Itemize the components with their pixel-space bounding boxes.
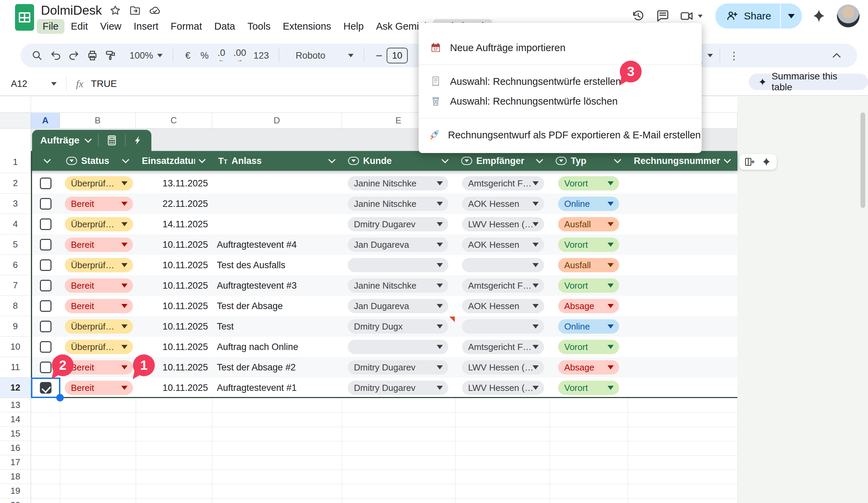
- gemini-sparkle-icon[interactable]: [807, 4, 831, 28]
- row-header-4[interactable]: 4: [0, 214, 31, 234]
- anlass-cell[interactable]: Test der Absage: [212, 301, 283, 312]
- anlass-cell[interactable]: Auftrag nach Online: [212, 342, 298, 352]
- typ-chip[interactable]: Vorort: [558, 279, 619, 293]
- row-checkbox[interactable]: [40, 178, 51, 189]
- format-percent-button[interactable]: %: [196, 46, 214, 65]
- format-currency-button[interactable]: €: [180, 46, 196, 65]
- table-column-header-status[interactable]: Status: [60, 151, 136, 171]
- row-header-7[interactable]: 7: [0, 275, 31, 296]
- row-checkbox[interactable]: [40, 341, 51, 353]
- kunde-chip[interactable]: Jan Dugareva: [348, 299, 448, 313]
- einsatzdatum-cell[interactable]: 10.11.2025: [136, 383, 212, 393]
- row-checkbox[interactable]: [40, 218, 51, 230]
- status-chip[interactable]: Bereit: [65, 197, 133, 211]
- name-box-caret-icon[interactable]: [51, 82, 56, 85]
- table-column-header-anlass[interactable]: TTAnlass: [212, 151, 342, 171]
- row-header-16[interactable]: 16: [0, 441, 31, 455]
- summarise-table-button[interactable]: ✦ Summarise this table: [749, 74, 868, 90]
- row-checkbox[interactable]: [40, 361, 51, 373]
- print-icon[interactable]: [83, 46, 102, 65]
- kunde-chip[interactable]: Janine Nitschke: [348, 197, 448, 211]
- paint-format-icon[interactable]: [102, 46, 120, 65]
- menubar-item-view[interactable]: View: [94, 19, 127, 34]
- row-header-14[interactable]: 14: [0, 412, 31, 427]
- anlass-cell[interactable]: Auftragtestevent #4: [212, 240, 297, 250]
- row-checkbox[interactable]: [40, 280, 51, 291]
- decrease-decimals-button[interactable]: .0←: [217, 49, 225, 63]
- anlass-cell[interactable]: Auftragtestevent #3: [212, 281, 297, 291]
- add-column-icon[interactable]: [744, 156, 755, 168]
- menu-item-rocket[interactable]: Rechnungsentwurf als PDF exportieren & E…: [418, 125, 702, 145]
- einsatzdatum-cell[interactable]: 10.11.2025: [136, 240, 212, 250]
- anlass-cell[interactable]: Test der Absage #2: [212, 362, 296, 373]
- empfaenger-chip[interactable]: LWV Hessen (…: [462, 360, 544, 375]
- typ-chip[interactable]: Ausfall: [558, 217, 619, 231]
- menubar-item-format[interactable]: Format: [165, 19, 208, 34]
- row-header-20[interactable]: 20: [0, 498, 31, 503]
- status-chip[interactable]: Überprüf…: [65, 217, 133, 231]
- row-header-8[interactable]: 8: [0, 296, 31, 316]
- automation-bolt-icon[interactable]: [133, 135, 143, 146]
- menu-item-receipt[interactable]: Auswahl: Rechnungsentwürfe erstellen: [418, 72, 702, 91]
- kunde-chip[interactable]: Dmitry Dugarev: [348, 381, 448, 395]
- sheets-logo-icon[interactable]: [15, 4, 34, 31]
- typ-chip[interactable]: Absage: [558, 360, 619, 375]
- empfaenger-chip[interactable]: LWV Hessen (…: [462, 217, 544, 231]
- formula-input[interactable]: TRUE: [91, 78, 117, 89]
- menubar-item-extensions[interactable]: Extensions: [277, 19, 337, 34]
- share-button[interactable]: Share: [715, 3, 802, 29]
- row-header-11[interactable]: 11: [0, 357, 31, 378]
- einsatzdatum-cell[interactable]: 13.11.2025: [136, 178, 212, 189]
- table-column-header-rechnungsnummer[interactable]: Rechnungsnummer: [628, 151, 737, 171]
- document-title[interactable]: DolmiDesk: [41, 3, 102, 18]
- cloud-saved-icon[interactable]: [148, 4, 161, 17]
- status-chip[interactable]: Bereit: [65, 299, 133, 313]
- table-column-header-empfänger[interactable]: Empfänger: [455, 151, 550, 171]
- font-family-select[interactable]: Roboto: [292, 50, 357, 61]
- empfaenger-chip[interactable]: [462, 319, 544, 334]
- row-checkbox[interactable]: [40, 259, 51, 271]
- einsatzdatum-cell[interactable]: 22.11.2025: [136, 199, 212, 209]
- status-chip[interactable]: Bereit: [65, 381, 133, 395]
- empfaenger-chip[interactable]: Amtsgericht F…: [462, 340, 544, 354]
- table-column-header-checkbox[interactable]: [31, 151, 60, 171]
- status-chip[interactable]: Überprüf…: [65, 319, 133, 334]
- status-chip[interactable]: Überprüf…: [65, 258, 133, 272]
- empfaenger-chip[interactable]: AOK Hessen: [462, 299, 544, 313]
- status-chip[interactable]: Überprüf…: [65, 176, 133, 190]
- move-folder-icon[interactable]: [128, 4, 142, 17]
- einsatzdatum-cell[interactable]: 10.11.2025: [136, 281, 212, 291]
- menubar-item-help[interactable]: Help: [338, 19, 370, 34]
- typ-chip[interactable]: Absage: [558, 299, 619, 313]
- empfaenger-chip[interactable]: AOK Hessen: [462, 238, 544, 252]
- table-column-header-einsatzdatun[interactable]: Einsatzdatun: [136, 151, 212, 171]
- anlass-cell[interactable]: Auftragtestevent #1: [212, 383, 297, 393]
- empfaenger-chip[interactable]: LWV Hessen (…: [462, 381, 544, 395]
- vertical-scrollbar[interactable]: [860, 113, 865, 208]
- row-checkbox[interactable]: [40, 239, 51, 251]
- einsatzdatum-cell[interactable]: 14.11.2025: [136, 219, 212, 230]
- empfaenger-chip[interactable]: Amtsgericht F…: [462, 279, 544, 293]
- typ-chip[interactable]: Vorort: [558, 238, 619, 252]
- row-header-10[interactable]: 10: [0, 337, 31, 357]
- share-dropdown-button[interactable]: [781, 3, 802, 29]
- row-header-19[interactable]: 19: [0, 484, 31, 498]
- menubar-item-edit[interactable]: Edit: [65, 19, 94, 34]
- row-header-9[interactable]: 9: [0, 316, 31, 337]
- einsatzdatum-cell[interactable]: 10.11.2025: [136, 260, 212, 271]
- kunde-chip[interactable]: Dmitry Dugx: [348, 319, 448, 334]
- select-all-corner[interactable]: [0, 113, 31, 128]
- empfaenger-chip[interactable]: Amtsgericht F…: [462, 176, 544, 190]
- row-header-17[interactable]: 17: [0, 455, 31, 470]
- column-header-C[interactable]: C: [136, 113, 212, 128]
- row-header-13[interactable]: 13: [0, 398, 31, 412]
- menu-item-trash[interactable]: Auswahl: Rechnungsentwürfe löschen: [418, 91, 702, 111]
- kunde-chip[interactable]: [348, 258, 448, 272]
- row-header-2[interactable]: 2: [0, 173, 31, 193]
- calculator-icon[interactable]: [106, 135, 117, 146]
- kunde-chip[interactable]: Dmitry Dugarev: [348, 217, 448, 231]
- decrease-font-size-button[interactable]: −: [376, 49, 383, 62]
- row-header-12[interactable]: 12: [0, 378, 31, 398]
- name-box[interactable]: A12: [0, 79, 51, 89]
- status-chip[interactable]: Bereit: [65, 279, 133, 293]
